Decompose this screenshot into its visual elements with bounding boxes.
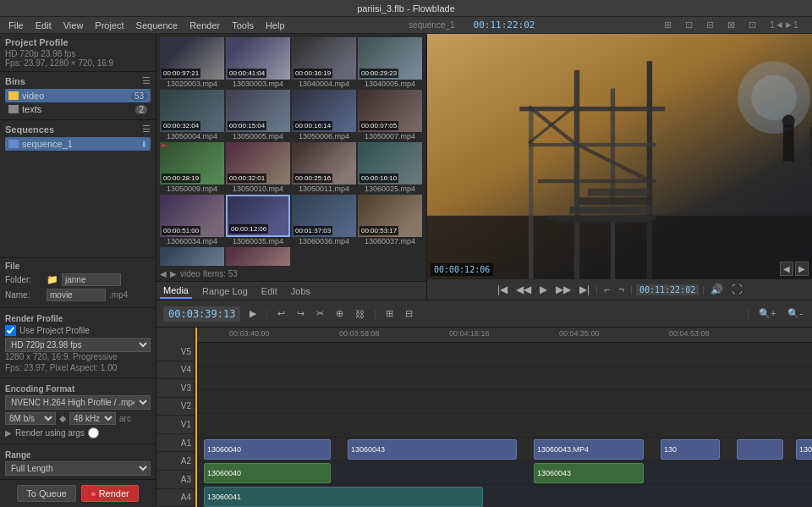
media-thumb-12[interactable]: 00:00:10:1013060025.mp4 — [358, 142, 422, 193]
clip-v1-5[interactable] — [737, 439, 783, 460]
media-thumb-11[interactable]: 00:00:25:1613050011.mp4 — [292, 142, 356, 193]
bins-menu-icon[interactable]: ☰ — [142, 75, 151, 86]
thumb-name-7: 13050006.mp4 — [292, 132, 356, 141]
clip-v1-4[interactable]: 130 — [661, 439, 720, 460]
track-v1[interactable]: 13060040 13060043 13060043.MP4 130 13060… — [195, 438, 812, 461]
folder-input[interactable] — [62, 273, 121, 286]
render-label: Render — [99, 488, 129, 499]
tl-zoom-in-btn[interactable]: 🔍+ — [756, 306, 778, 321]
media-thumb-4[interactable]: 00:00:29:2313040005.mp4 — [358, 37, 422, 88]
track-v5[interactable] — [195, 343, 812, 366]
media-thumb-15[interactable]: 00:01:37:0313060036.mp4 — [292, 195, 356, 245]
mark-out-btn[interactable]: ¬ — [616, 282, 627, 297]
icon-3[interactable]: ⊟ — [701, 18, 719, 32]
tab-media[interactable]: Media — [160, 284, 192, 299]
play-start-btn[interactable]: |◀ — [495, 282, 510, 297]
preview-next-btn[interactable]: ▶ — [795, 262, 809, 276]
media-thumb-2[interactable]: 00:00:41:0413030003.mp4 — [226, 37, 290, 88]
tl-undo-btn[interactable]: ↩ — [275, 306, 288, 321]
prev-frame-btn[interactable]: ◀◀ — [513, 282, 534, 297]
profile-select[interactable]: HD 720p 23.98 fps — [5, 338, 151, 352]
bin-item-video[interactable]: video 53 — [5, 89, 151, 102]
play-btn[interactable]: ▶ — [537, 282, 550, 297]
media-thumb-1[interactable]: 00:00:97:2113020003.mp4 — [160, 37, 224, 88]
tab-edit[interactable]: Edit — [258, 284, 281, 298]
clip-a1-1[interactable]: 13060040 — [204, 463, 331, 483]
codec-select[interactable]: NVENC H.264 High Profile / .mp4 — [5, 395, 151, 410]
name-input[interactable] — [47, 289, 106, 301]
volume-btn[interactable]: 🔊 — [708, 282, 726, 297]
clip-v1-3[interactable]: 13060043.MP4 — [534, 439, 644, 460]
media-thumb-16[interactable]: 00:00:53:1713060037.mp4 — [358, 195, 422, 245]
seq-export-icon[interactable]: ⬇ — [140, 140, 147, 149]
clip-v1-1[interactable]: 13060040 — [204, 439, 331, 460]
menu-file[interactable]: File — [3, 19, 29, 32]
render-args-expand[interactable]: ▶ — [5, 428, 12, 438]
tab-jobs[interactable]: Jobs — [288, 284, 314, 298]
icon-4[interactable]: ⊠ — [722, 18, 740, 32]
media-thumb-7[interactable]: 00:00:16:1413050006.mp4 — [292, 90, 356, 141]
mark-in-btn[interactable]: ⌐ — [601, 282, 612, 297]
track-v3[interactable] — [195, 390, 812, 414]
encoding-format-title: Encoding Format — [5, 384, 151, 394]
freq-select[interactable]: 48 kHz — [69, 412, 116, 425]
menu-render[interactable]: Render — [184, 19, 225, 32]
tl-insert-btn[interactable]: ⊞ — [383, 306, 396, 321]
media-thumb-6[interactable]: 00:00:15:0413050005.mp4 — [226, 90, 290, 141]
menu-project[interactable]: Project — [90, 19, 129, 32]
play-end-btn[interactable]: ▶| — [577, 282, 592, 297]
sequence-item[interactable]: sequence_1 ⬇ — [5, 137, 151, 151]
menu-help[interactable]: Help — [261, 19, 290, 32]
media-thumb-17[interactable]: 130... — [160, 247, 224, 266]
menu-edit[interactable]: Edit — [30, 19, 57, 32]
bin-item-texts[interactable]: texts 2 — [5, 102, 151, 116]
track-a1[interactable]: 13060040 13060043 — [195, 461, 812, 485]
menu-sequence[interactable]: Sequence — [131, 19, 184, 32]
use-project-checkbox[interactable] — [5, 325, 16, 336]
media-thumb-13[interactable]: 00:00:51:0013060034.mp4 — [160, 195, 224, 245]
svg-rect-5 — [529, 107, 533, 279]
bitrate-select[interactable]: 8M b/s — [5, 412, 56, 425]
icon-1[interactable]: ⊞ — [659, 18, 677, 32]
icon-2[interactable]: ⊡ — [680, 18, 698, 32]
tab-rangelog[interactable]: Range Log — [199, 284, 251, 298]
menu-tools[interactable]: Tools — [227, 19, 259, 32]
media-thumb-14[interactable]: 00:00:12:0613060035.mp4 — [226, 195, 290, 245]
tl-magnet-btn[interactable]: ⊕ — [333, 306, 346, 321]
svg-rect-6 — [519, 107, 665, 111]
tl-append-btn[interactable]: ⊟ — [403, 306, 415, 321]
media-thumb-18[interactable]: 130... — [226, 247, 290, 266]
arrow-left-icon[interactable]: ◀ — [160, 269, 167, 278]
tl-play-btn[interactable]: ▶ — [247, 306, 259, 321]
track-a2[interactable]: 13060041 — [195, 485, 812, 507]
clip-v1-2[interactable]: 13060043 — [348, 439, 517, 460]
tl-link-btn[interactable]: ⛓ — [353, 307, 367, 321]
render-args-radio[interactable] — [88, 427, 99, 438]
track-v4[interactable] — [195, 366, 812, 390]
media-thumb-8[interactable]: 00:00:07:0513050007.mp4 — [358, 90, 422, 141]
clip-a1-2[interactable]: 13060043 — [534, 463, 644, 483]
preview-prev-btn[interactable]: ◀ — [780, 262, 793, 276]
range-select[interactable]: Full Length — [5, 461, 151, 476]
track-v2[interactable] — [195, 414, 812, 438]
svg-point-20 — [782, 115, 795, 128]
fullscreen-btn[interactable]: ⛶ — [729, 282, 744, 297]
media-thumb-9[interactable]: 00:00:28:1913050009.mp4 — [160, 142, 224, 193]
clip-a2-1[interactable]: 13060041 — [204, 487, 483, 507]
queue-button[interactable]: To Queue — [17, 485, 76, 502]
icon-6[interactable]: 1◄►1 — [765, 18, 804, 32]
render-button[interactable]: ● Render — [81, 485, 139, 502]
tl-redo-btn[interactable]: ↪ — [294, 306, 307, 321]
tl-zoom-out-btn[interactable]: 🔍- — [785, 306, 805, 321]
media-thumb-10[interactable]: 00:00:32:0113050010.mp4 — [226, 142, 290, 193]
sequences-menu-icon[interactable]: ☰ — [142, 124, 151, 135]
clip-v1-6[interactable]: 13060... — [796, 439, 812, 460]
media-thumb-3[interactable]: 00:00:36:1913040004.mp4 — [292, 37, 356, 88]
menu-view[interactable]: View — [58, 19, 89, 32]
tl-cut-btn[interactable]: ✂ — [314, 306, 326, 321]
next-frame-btn[interactable]: ▶▶ — [553, 282, 573, 297]
arrow-right-icon[interactable]: ▶ — [170, 269, 177, 278]
svg-rect-19 — [783, 124, 794, 161]
media-thumb-5[interactable]: 00:00:32:0413050004.mp4 — [160, 90, 224, 141]
icon-5[interactable]: ⊡ — [743, 18, 761, 32]
